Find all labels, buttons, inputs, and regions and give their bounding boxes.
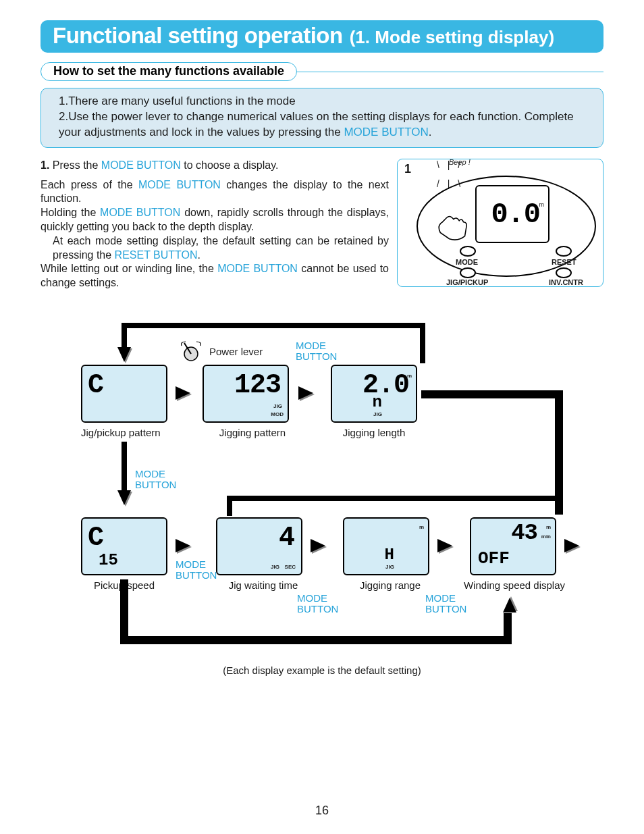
pipe [122, 442, 127, 492]
mode-button-label: MODE [456, 258, 478, 266]
lcd-screen: 0.0 m [475, 185, 549, 243]
pipe [420, 323, 425, 363]
lcd-value: 0.0 [491, 199, 540, 231]
intro-line-2: 2.Use the power lever to change numerica… [59, 109, 593, 140]
title-banner: Functional setting operation (1. Mode se… [41, 20, 603, 53]
screen-pickup-speed: C 15 [81, 517, 167, 575]
instructions-text: 1. Press the MODE BUTTON to choose a dis… [41, 159, 389, 296]
screen-wind-speed: 43 m min OFF [470, 517, 556, 575]
mode-button-label-1: MODE BUTTON [296, 340, 337, 363]
cap-jig-pattern: Jigging pattern [209, 427, 296, 438]
power-lever-icon [179, 339, 203, 363]
pipe [122, 323, 127, 350]
screen-jig-pattern: 123 JIG MOD [203, 365, 289, 423]
flow-footnote: (Each display example is the default set… [41, 664, 603, 676]
sub-heading-row: How to set the many functions available [41, 62, 603, 81]
mode-button-label-5: MODE BUTTON [425, 593, 466, 615]
screen-jig-length: 2.0 m n JIG [331, 365, 417, 423]
reset-button-label: RESET [552, 258, 576, 266]
cap-wind: Winding speed display [454, 579, 575, 591]
reset-button[interactable] [556, 246, 572, 257]
screen-wait-time: 4 JIG SEC [216, 517, 302, 575]
arrow-right-icon [564, 539, 579, 552]
page-number: 16 [0, 804, 644, 818]
hand-icon [437, 208, 472, 243]
inv-cntr-label: INV.CNTR [549, 278, 583, 286]
mode-button-label-2: MODE BUTTON [135, 469, 176, 491]
title-main: Functional setting operation [53, 23, 343, 49]
arrow-up-icon [503, 598, 516, 613]
screen-jig-pickup: C [81, 365, 167, 423]
beep-label: Beep ! [449, 158, 471, 166]
power-lever-label: Power lever [209, 346, 263, 357]
mode-button-label-3: MODE BUTTON [176, 559, 217, 581]
pipe [120, 579, 128, 644]
pipe [227, 496, 232, 516]
title-sub: (1. Mode setting display) [350, 27, 554, 48]
pipe [120, 636, 512, 644]
cap-jig-length: Jigging length [331, 427, 417, 438]
intro-line-1: 1.There are many useful functions in the… [59, 94, 593, 109]
pipe [122, 323, 425, 328]
jig-pickup-button[interactable] [460, 267, 476, 278]
cap-wait: Jig waiting time [216, 579, 311, 591]
screen-jig-range: m H JIG [343, 517, 429, 575]
arrow-right-icon [176, 386, 190, 400]
mode-button[interactable] [460, 246, 476, 257]
pipe [504, 613, 512, 644]
mode-button-label-4: MODE BUTTON [297, 593, 338, 615]
arrow-right-icon [298, 386, 313, 400]
arrow-down-icon [117, 490, 131, 505]
jig-pickup-label: JIG/PICKUP [446, 278, 488, 286]
cap-range: Jigging range [343, 579, 437, 591]
instructions-row: 1. Press the MODE BUTTON to choose a dis… [41, 159, 603, 296]
pipe [227, 496, 563, 501]
arrow-right-icon [437, 539, 452, 552]
pipe [421, 390, 563, 398]
arrow-down-icon [117, 347, 131, 362]
device-outline: 0.0 m MODE RESET JIG/PICKUP INV.CNTR [417, 176, 596, 277]
figure-1: 1 \ | / Beep ! / | \ 0.0 m MODE RESET JI… [397, 159, 603, 287]
figure-number: 1 [404, 162, 411, 176]
cap-jig-pickup: Jig/pickup pattern [81, 427, 176, 438]
flow-diagram: Power lever MODE BUTTON C Jig/pickup pat… [41, 316, 603, 681]
arrow-right-icon [311, 539, 325, 552]
inv-cntr-button[interactable] [556, 267, 572, 278]
sub-heading-pill: How to set the many functions available [41, 62, 297, 81]
arrow-right-icon [176, 539, 190, 552]
sub-heading-divider [297, 72, 603, 72]
intro-box: 1.There are many useful functions in the… [41, 88, 603, 148]
lcd-unit: m [539, 201, 545, 208]
